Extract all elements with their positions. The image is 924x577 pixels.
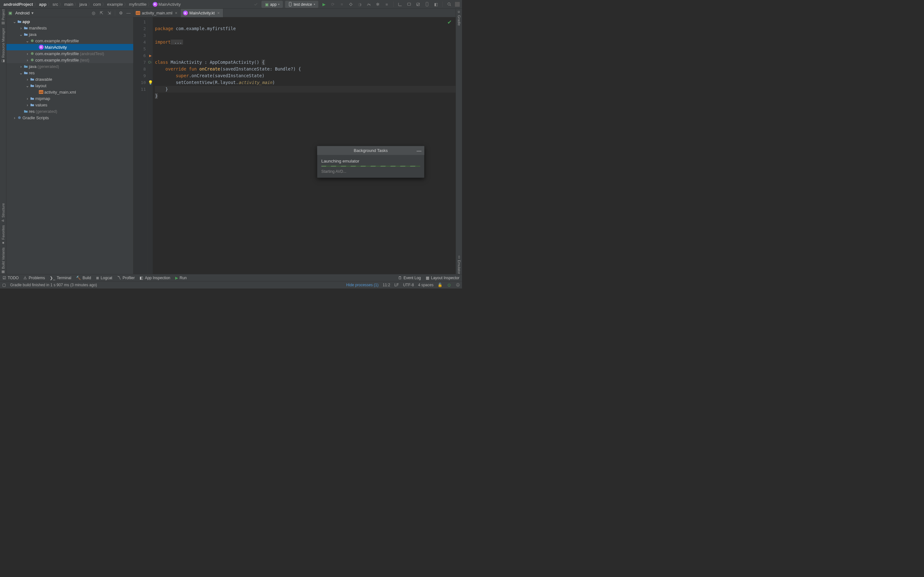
cursor-position[interactable]: 11:2	[383, 283, 390, 287]
tree-node-res-gen[interactable]: · res (generated)	[6, 108, 134, 114]
chevron-down-icon[interactable]: ⌄	[19, 70, 23, 75]
tree-node-package[interactable]: ⌄ com.example.myfirstfile	[6, 37, 134, 44]
chevron-right-icon[interactable]: ›	[26, 57, 29, 63]
side-tab-gradle[interactable]: ⛭ Gradle	[457, 10, 461, 26]
crumb-app[interactable]: app	[39, 2, 47, 7]
tool-logcat[interactable]: ≣Logcat	[96, 276, 112, 280]
tree-node-gradle-scripts[interactable]: › Gradle Scripts	[6, 114, 134, 121]
tree-node-layout[interactable]: ⌄ layout	[6, 82, 134, 89]
breadcrumb[interactable]: androidProject 〉 app 〉 src 〉 main 〉 java…	[0, 2, 181, 7]
tree-node-layout-file[interactable]: · xml activity_main.xml	[6, 89, 134, 95]
tool-problems[interactable]: ⚠Problems	[23, 276, 45, 280]
code-area[interactable]: 1 2 3 4 5 6 7 8 9 10 11 ▶ O↑ 💡 package c…	[134, 17, 456, 274]
chevron-right-icon[interactable]: ›	[26, 51, 29, 56]
tree-node-res[interactable]: ⌄ res	[6, 69, 134, 76]
chevron-down-icon[interactable]: ▾	[31, 11, 34, 16]
crumb-example[interactable]: example	[107, 2, 123, 7]
minimize-icon[interactable]: —	[126, 10, 132, 16]
apply-changes-icon[interactable]: ⟳	[330, 1, 336, 8]
stop-icon[interactable]: ■	[383, 1, 390, 8]
chevron-down-icon[interactable]: ⌄	[26, 83, 29, 88]
avd-manager-icon[interactable]	[406, 1, 413, 8]
chevron-down-icon[interactable]: ⌄	[19, 32, 23, 37]
hide-processes-link[interactable]: Hide processes (1)	[346, 283, 379, 287]
side-tab-favorites[interactable]: ★ Favorites	[1, 226, 5, 245]
device-manager-icon[interactable]	[424, 1, 431, 8]
tool-terminal[interactable]: ❯_Terminal	[50, 276, 71, 280]
crumb-pkg[interactable]: myfirstfile	[129, 2, 147, 7]
tool-profiler[interactable]: 〽Profiler	[117, 276, 135, 280]
tool-app-inspection[interactable]: ◧App Inspection	[140, 276, 170, 280]
gear-icon[interactable]: ⚙	[118, 10, 124, 16]
line-separator[interactable]: LF	[394, 283, 399, 287]
close-icon[interactable]: ×	[217, 11, 220, 16]
run-gutter-icon[interactable]: ▶	[149, 52, 152, 59]
tree-node-java[interactable]: ⌄ java	[6, 31, 134, 37]
search-icon[interactable]	[446, 1, 453, 8]
side-tab-structure[interactable]: ≙ Structure	[1, 203, 5, 223]
chevron-right-icon[interactable]: ›	[19, 64, 23, 69]
inspection-indicator-icon[interactable]: ☺	[447, 282, 451, 287]
tree-node-drawable[interactable]: › drawable	[6, 76, 134, 82]
expand-icon[interactable]: ⇱	[99, 10, 104, 16]
tool-windows-icon[interactable]: ▢	[2, 283, 6, 287]
background-tasks-title-bar[interactable]: Background Tasks —	[317, 146, 425, 155]
tree-node-package-androidtest[interactable]: › com.example.myfirstfile (androidTest)	[6, 50, 134, 57]
apply-code-icon[interactable]: ≡	[338, 1, 345, 8]
chevron-down-icon[interactable]: ⌄	[26, 38, 29, 43]
minimize-icon[interactable]: —	[417, 148, 422, 153]
tree-node-mainactivity[interactable]: · K MainActivity	[6, 44, 134, 50]
crumb-src[interactable]: src	[53, 2, 58, 7]
crumb-com[interactable]: com	[93, 2, 101, 7]
crumb-main[interactable]: main	[64, 2, 73, 7]
chevron-right-icon[interactable]: ›	[19, 25, 23, 31]
account-icon[interactable]	[455, 2, 460, 7]
tree-node-mipmap[interactable]: › mipmap	[6, 95, 134, 102]
indent-setting[interactable]: 4 spaces	[418, 283, 433, 287]
tool-layout-inspector[interactable]: ▦Layout Inspector	[426, 276, 459, 280]
coverage-icon[interactable]: ◑	[357, 1, 363, 8]
tree-node-values[interactable]: › values	[6, 102, 134, 108]
code-fold[interactable]: ...	[171, 40, 183, 45]
tree-node-package-test[interactable]: › com.example.myfirstfile (test)	[6, 57, 134, 63]
tool-run[interactable]: ▶Run	[175, 276, 187, 280]
tree-node-manifests[interactable]: › manifests	[6, 25, 134, 31]
chevron-right-icon[interactable]: ›	[26, 96, 29, 101]
close-icon[interactable]: ×	[175, 11, 178, 16]
tool-todo[interactable]: ☑TODO	[3, 276, 19, 280]
override-gutter-icon[interactable]: O↑	[148, 59, 152, 66]
project-view-label[interactable]: Android	[15, 11, 30, 16]
editor-tab-activity-main[interactable]: xml activity_main.xml ×	[134, 9, 181, 17]
chevron-down-icon[interactable]: ⌄	[13, 19, 16, 24]
project-tree[interactable]: ⌄ app › manifests ⌄ java ⌄ com.example.m…	[6, 17, 134, 274]
memory-indicator-icon[interactable]: ☹	[456, 283, 460, 287]
side-tab-resource-manager[interactable]: ◧ Resource Manager	[1, 28, 5, 63]
tree-node-java-gen[interactable]: › java (generated)	[6, 63, 134, 69]
file-encoding[interactable]: UTF-8	[403, 283, 414, 287]
target-icon[interactable]: ◎	[91, 10, 97, 16]
run-config-dropdown[interactable]: ▣ app ▾	[262, 1, 283, 8]
chevron-right-icon[interactable]: ›	[13, 115, 16, 120]
crumb-java[interactable]: java	[79, 2, 87, 7]
resource-manager-icon[interactable]: ◧	[433, 1, 439, 8]
debug-icon[interactable]	[347, 1, 354, 8]
collapse-icon[interactable]: ⇲	[106, 10, 112, 16]
profile-icon[interactable]	[365, 1, 372, 8]
side-tab-build-variants[interactable]: ▦ Build Variants	[1, 247, 5, 274]
git-icon[interactable]	[397, 1, 404, 8]
inspection-ok-icon[interactable]: ✔	[447, 19, 452, 25]
device-dropdown[interactable]: test device ▾	[285, 1, 318, 8]
sdk-manager-icon[interactable]	[415, 1, 422, 8]
run-button[interactable]: ▶	[320, 1, 327, 8]
attach-debugger-icon[interactable]: ✻	[375, 1, 381, 8]
editor-tab-mainactivity[interactable]: K MainActivity.kt ×	[181, 9, 223, 17]
crumb-project[interactable]: androidProject	[3, 2, 33, 7]
crumb-file[interactable]: MainActivity	[158, 2, 181, 7]
chevron-right-icon[interactable]: ›	[26, 102, 29, 107]
chevron-right-icon[interactable]: ›	[26, 77, 29, 82]
side-tab-project[interactable]: ▤ Project	[1, 9, 5, 25]
side-tab-emulator[interactable]: ▯ Emulator	[457, 255, 461, 274]
tool-event-log[interactable]: 🗒Event Log	[398, 276, 421, 280]
sync-gradle-icon[interactable]	[252, 1, 259, 8]
tree-node-app[interactable]: ⌄ app	[6, 18, 134, 25]
